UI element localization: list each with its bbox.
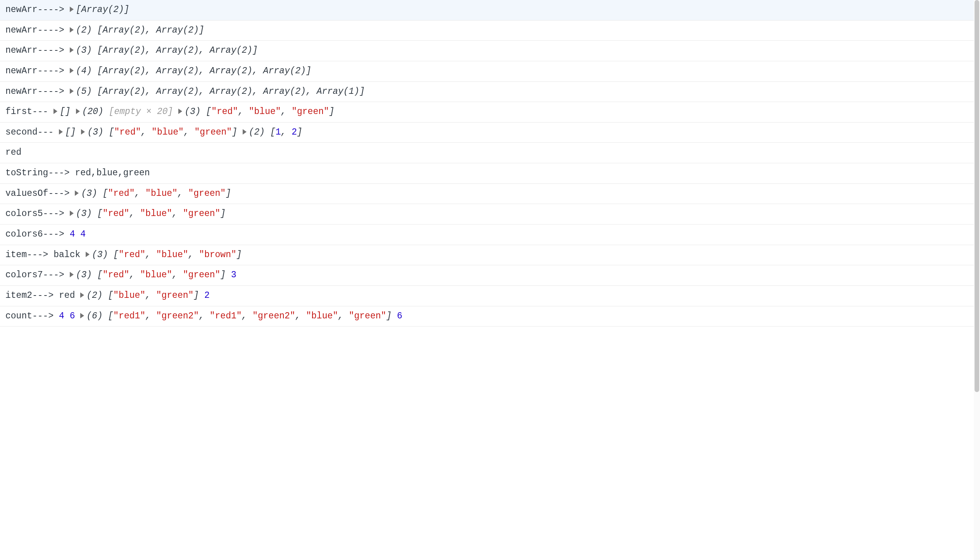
console-text-italic: (3) [ xyxy=(185,107,211,117)
console-text-plain xyxy=(226,270,231,280)
console-text-italic: (3) [Array(2), Array(2), Array(2)] xyxy=(76,45,258,55)
console-text-plain xyxy=(173,107,178,117)
console-output: newArr----> [Array(2)]newArr----> (2) [A… xyxy=(0,0,980,327)
console-text-str: "blue" xyxy=(140,270,172,280)
console-text-italic: , xyxy=(184,127,195,137)
console-row[interactable]: colors6---> 4 4 xyxy=(0,225,980,245)
console-text-str: "green" xyxy=(195,127,232,137)
console-text-str: "red" xyxy=(103,270,129,280)
console-text-plain: toString---> red,blue,green xyxy=(5,168,150,178)
console-row[interactable]: item---> balck (3) ["red", "blue", "brow… xyxy=(0,245,980,266)
console-text-plain xyxy=(64,311,70,321)
console-text-italic: , xyxy=(199,311,210,321)
expand-triangle-icon[interactable] xyxy=(70,68,74,73)
console-text-num: 4 xyxy=(80,229,86,239)
console-text-str: "green" xyxy=(156,290,194,301)
console-text-dim-italic: [empty × 20] xyxy=(109,107,173,117)
console-text-italic: , xyxy=(242,311,253,321)
console-text-italic: , xyxy=(238,107,249,117)
console-text-italic: ] xyxy=(236,250,242,260)
console-row[interactable]: count---> 4 6 (6) ["red1", "green2", "re… xyxy=(0,306,980,327)
console-text-plain: colors7---> xyxy=(5,270,70,280)
console-row[interactable]: valuesOf---> (3) ["red", "blue", "green"… xyxy=(0,184,980,204)
console-row[interactable]: toString---> red,blue,green xyxy=(0,163,980,184)
expand-triangle-icon[interactable] xyxy=(86,252,90,257)
scrollbar-track[interactable] xyxy=(974,0,980,327)
expand-triangle-icon[interactable] xyxy=(70,272,74,277)
console-text-plain: item2---> red xyxy=(5,290,80,301)
expand-triangle-icon[interactable] xyxy=(70,27,74,33)
expand-triangle-icon[interactable] xyxy=(80,292,84,298)
console-text-italic: [Array(2)] xyxy=(76,5,129,15)
console-row[interactable]: newArr----> (4) [Array(2), Array(2), Arr… xyxy=(0,61,980,82)
console-text-str: "green2" xyxy=(156,311,199,321)
console-text-italic: [] xyxy=(60,107,76,117)
console-text-str: "green" xyxy=(188,188,226,199)
console-text-italic: (3) [ xyxy=(92,250,119,260)
console-text-num: 4 xyxy=(70,229,75,239)
console-text-italic: (3) [ xyxy=(76,270,103,280)
console-text-plain: valuesOf---> xyxy=(5,188,75,199)
expand-triangle-icon[interactable] xyxy=(70,47,74,53)
console-row[interactable]: red xyxy=(0,143,980,163)
console-text-italic: , xyxy=(338,311,349,321)
console-text-plain: newArr----> xyxy=(5,5,70,15)
console-text-str: "red" xyxy=(108,188,135,199)
console-text-italic: , xyxy=(172,270,183,280)
console-text-str: "red" xyxy=(103,209,129,219)
console-row[interactable]: colors5---> (3) ["red", "blue", "green"] xyxy=(0,204,980,225)
expand-triangle-icon[interactable] xyxy=(70,211,74,216)
console-text-italic: [] xyxy=(65,127,81,137)
console-text-plain xyxy=(199,290,204,301)
console-text-plain xyxy=(75,311,80,321)
console-text-str: "red" xyxy=(114,127,141,137)
console-row[interactable]: newArr----> (2) [Array(2), Array(2)] xyxy=(0,21,980,41)
console-row[interactable]: first--- [] (20) [empty × 20] (3) ["red"… xyxy=(0,102,980,123)
expand-triangle-icon[interactable] xyxy=(80,313,84,318)
console-text-str: "red" xyxy=(211,107,238,117)
expand-triangle-icon[interactable] xyxy=(70,88,74,94)
console-row[interactable]: newArr----> (5) [Array(2), Array(2), Arr… xyxy=(0,82,980,102)
console-text-italic: (2) [ xyxy=(86,290,113,301)
console-text-italic: ] xyxy=(193,290,199,301)
expand-triangle-icon[interactable] xyxy=(75,190,79,196)
console-text-str: "green" xyxy=(183,209,221,219)
console-text-str: "blue" xyxy=(113,290,145,301)
console-text-str: "red1" xyxy=(113,311,145,321)
console-text-plain: newArr----> xyxy=(5,45,70,55)
console-text-plain: newArr----> xyxy=(5,86,70,97)
console-row[interactable]: newArr----> [Array(2)] xyxy=(0,0,980,21)
console-text-plain: newArr----> xyxy=(5,25,70,35)
console-text-num: 4 xyxy=(59,311,64,321)
console-text-str: "green" xyxy=(349,311,386,321)
console-text-italic: , xyxy=(145,290,156,301)
console-text-italic: (3) [ xyxy=(81,188,108,199)
console-text-str: "green" xyxy=(183,270,221,280)
console-row[interactable]: second--- [] (3) ["red", "blue", "green"… xyxy=(0,123,980,143)
console-text-str: "green2" xyxy=(252,311,295,321)
console-text-italic: (3) [ xyxy=(87,127,114,137)
expand-triangle-icon[interactable] xyxy=(81,129,85,135)
expand-triangle-icon[interactable] xyxy=(53,109,57,114)
expand-triangle-icon[interactable] xyxy=(243,129,247,135)
expand-triangle-icon[interactable] xyxy=(76,109,80,114)
console-text-str: "blue" xyxy=(156,250,188,260)
console-text-str: "red1" xyxy=(210,311,242,321)
console-text-italic: , xyxy=(135,188,145,199)
console-row[interactable]: newArr----> (3) [Array(2), Array(2), Arr… xyxy=(0,41,980,61)
expand-triangle-icon[interactable] xyxy=(178,109,182,114)
expand-triangle-icon[interactable] xyxy=(70,7,74,12)
scrollbar-thumb[interactable] xyxy=(975,0,979,327)
console-text-italic: ] xyxy=(329,107,335,117)
console-text-str: "brown" xyxy=(199,250,236,260)
console-text-italic: , xyxy=(281,107,292,117)
expand-triangle-icon[interactable] xyxy=(59,129,63,135)
console-row[interactable]: item2---> red (2) ["blue", "green"] 2 xyxy=(0,286,980,306)
console-text-italic: (6) [ xyxy=(86,311,113,321)
console-text-str: "blue" xyxy=(152,127,184,137)
console-text-italic: (5) [Array(2), Array(2), Array(2), Array… xyxy=(76,86,365,97)
console-text-plain: colors5---> xyxy=(5,209,70,219)
console-text-italic: , xyxy=(295,311,306,321)
console-text-str: "blue" xyxy=(145,188,178,199)
console-row[interactable]: colors7---> (3) ["red", "blue", "green"]… xyxy=(0,265,980,286)
